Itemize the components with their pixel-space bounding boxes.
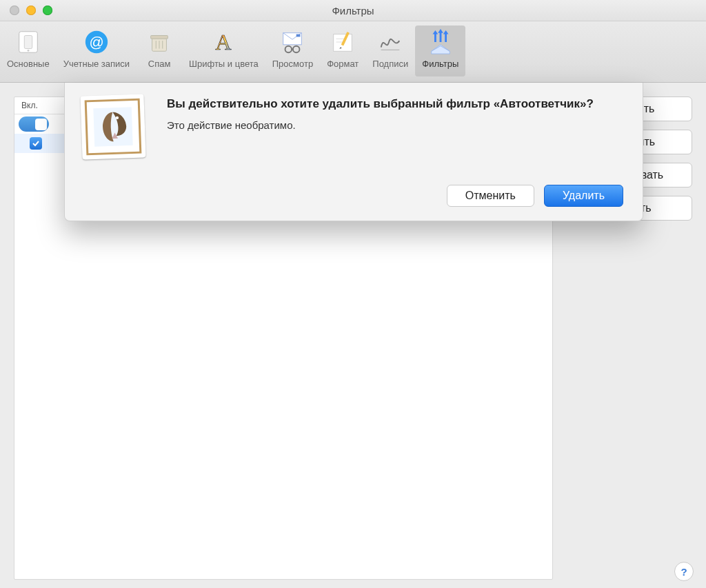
tab-label: Учетные записи (63, 59, 130, 69)
svg-marker-23 (432, 30, 438, 34)
signatures-icon (374, 28, 406, 56)
rules-icon (425, 28, 456, 56)
sheet-actions: Отменить Удалить (167, 185, 623, 207)
tab-junk[interactable]: Спам (137, 26, 182, 77)
svg-marker-25 (443, 30, 449, 34)
confirm-delete-sheet: Вы действительно хотите удалить выбранны… (64, 83, 643, 221)
rule-enable-checkbox[interactable] (30, 137, 42, 150)
rule-enable-toggle[interactable] (19, 116, 49, 132)
sheet-body: Вы действительно хотите удалить выбранны… (161, 83, 643, 221)
tab-composing[interactable]: Формат (320, 26, 365, 77)
svg-point-13 (285, 46, 292, 53)
tab-label: Спам (148, 59, 171, 69)
traffic-lights (10, 6, 52, 15)
tab-label: Подписи (372, 59, 408, 69)
tab-label: Формат (327, 59, 359, 69)
svg-text:@: @ (89, 34, 103, 50)
tab-general[interactable]: Основные (0, 26, 57, 77)
cancel-button[interactable]: Отменить (447, 185, 534, 207)
svg-marker-24 (438, 29, 443, 33)
svg-point-14 (293, 46, 300, 53)
mail-app-icon (80, 94, 145, 159)
window-title: Фильтры (0, 5, 706, 17)
column-enabled[interactable]: Вкл. (14, 97, 65, 114)
svg-rect-1 (24, 36, 32, 49)
content-area: Вкл. Добавить Изменить Дублировать Удали… (0, 83, 706, 588)
svg-rect-26 (93, 107, 132, 146)
svg-point-2 (27, 50, 29, 52)
svg-text:A: A (216, 30, 232, 54)
tab-fonts-colors[interactable]: A Шрифты и цвета (182, 26, 265, 77)
svg-rect-12 (296, 34, 301, 37)
tab-label: Основные (7, 59, 50, 69)
help-button[interactable]: ? (674, 562, 694, 581)
close-window-button[interactable] (10, 6, 19, 15)
viewing-icon (276, 28, 308, 56)
window-titlebar: Фильтры (0, 0, 706, 21)
tab-signatures[interactable]: Подписи (365, 26, 415, 77)
fonts-colors-icon: A (208, 28, 239, 56)
tab-label: Просмотр (272, 59, 313, 69)
maximize-window-button[interactable] (43, 6, 52, 15)
minimize-window-button[interactable] (26, 6, 36, 15)
composing-icon (327, 28, 359, 56)
sheet-icon (65, 83, 161, 221)
sheet-message: Это действие необратимо. (167, 119, 623, 131)
svg-point-27 (116, 116, 119, 119)
tab-label: Фильтры (422, 59, 458, 69)
svg-rect-6 (151, 36, 168, 39)
accounts-icon: @ (81, 28, 112, 56)
preferences-toolbar: Основные @ Учетные записи Спам A Шрифты … (0, 21, 706, 83)
sheet-title: Вы действительно хотите удалить выбранны… (167, 97, 623, 112)
junk-icon (143, 28, 175, 56)
general-icon (12, 28, 44, 56)
tab-label: Шрифты и цвета (189, 59, 259, 69)
confirm-delete-button[interactable]: Удалить (544, 185, 623, 207)
tab-accounts[interactable]: @ Учетные записи (57, 26, 137, 77)
toggle-knob (35, 119, 47, 130)
tab-viewing[interactable]: Просмотр (265, 26, 320, 77)
tab-rules[interactable]: Фильтры (415, 26, 465, 77)
